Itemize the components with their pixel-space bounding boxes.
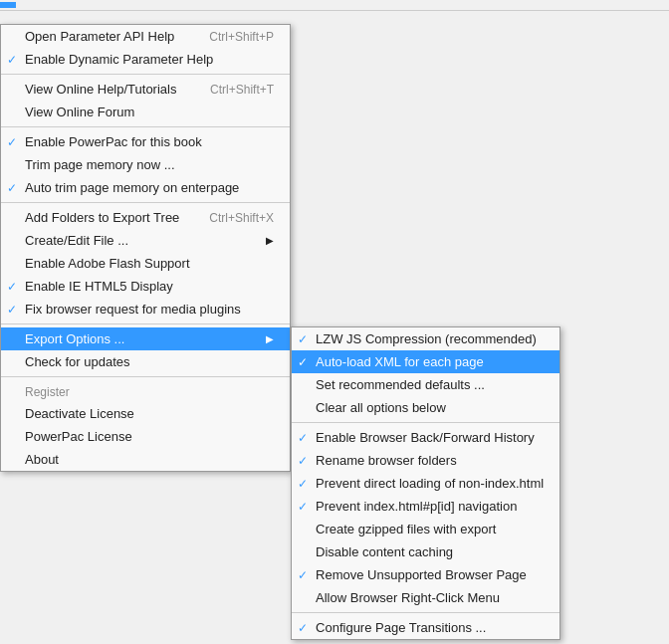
submenu-item-label-clear-all-options: Clear all options below: [316, 400, 446, 415]
submenu-item-label-create-gzipped: Create gzipped files with export: [316, 522, 496, 537]
menu-item-label-check-updates: Check for updates: [25, 354, 130, 369]
menu-item-shortcut-open-param-api-help: Ctrl+Shift+P: [179, 30, 274, 44]
menu-item-label-enable-dynamic-param-help: Enable Dynamic Parameter Help: [25, 52, 213, 67]
submenu-item-lzw-js-compression[interactable]: LZW JS Compression (recommended): [292, 327, 559, 350]
menu-item-label-powerpac-license: PowerPac License: [25, 429, 132, 444]
menu-item-fix-browser-request[interactable]: Fix browser request for media plugins: [1, 298, 290, 321]
menu-item-label-enable-ie-html5: Enable IE HTML5 Display: [25, 279, 173, 294]
submenu-item-label-remove-unsupported-browser: Remove Unsupported Browser Page: [316, 567, 527, 582]
submenu-item-set-recommended[interactable]: Set recommended defaults ...: [292, 373, 559, 396]
submenu-item-disable-content-caching[interactable]: Disable content caching: [292, 540, 559, 563]
menu-header-register: Register: [1, 380, 290, 402]
submenu-item-remove-unsupported-browser[interactable]: Remove Unsupported Browser Page: [292, 563, 559, 586]
submenu-item-label-prevent-direct-loading: Prevent direct loading of non-index.html: [316, 476, 544, 491]
menu-bar: [0, 0, 669, 11]
menu-item-powerpac-license[interactable]: PowerPac License: [1, 425, 290, 448]
menu-item-enable-dynamic-param-help[interactable]: Enable Dynamic Parameter Help: [1, 48, 290, 71]
export-options-submenu: LZW JS Compression (recommended)Auto-loa…: [291, 326, 560, 640]
menu-item-view-online-forum[interactable]: View Online Forum: [1, 101, 290, 123]
submenu-item-create-gzipped[interactable]: Create gzipped files with export: [292, 518, 559, 540]
menu-bar-help[interactable]: [16, 2, 32, 8]
submenu-item-label-set-recommended: Set recommended defaults ...: [316, 377, 485, 392]
menu-item-add-folders[interactable]: Add Folders to Export TreeCtrl+Shift+X: [1, 206, 290, 229]
menu-item-label-create-edit-file: Create/Edit File ...: [25, 233, 128, 248]
menu-item-open-param-api-help[interactable]: Open Parameter API HelpCtrl+Shift+P: [1, 25, 290, 48]
submenu-item-prevent-index-navigation[interactable]: Prevent index.html#p[id] navigation: [292, 495, 559, 518]
menu-item-label-export-options: Export Options ...: [25, 331, 124, 346]
menu-bar-powerpac[interactable]: [0, 2, 16, 8]
menu-item-label-add-folders: Add Folders to Export Tree: [25, 210, 179, 225]
menu-item-shortcut-view-online-help: Ctrl+Shift+T: [180, 83, 274, 97]
submenu-item-label-auto-load-xml: Auto-load XML for each page: [316, 354, 484, 369]
menu-item-about[interactable]: About: [1, 448, 290, 471]
submenu-item-label-allow-browser-right-click: Allow Browser Right-Click Menu: [316, 590, 500, 605]
submenu-item-rename-browser-folders[interactable]: Rename browser folders: [292, 449, 559, 472]
submenu-item-configure-page-transitions[interactable]: Configure Page Transitions ...: [292, 616, 559, 639]
menu-item-shortcut-add-folders: Ctrl+Shift+X: [179, 211, 274, 225]
menu-item-label-deactivate-license: Deactivate License: [25, 406, 134, 421]
submenu-item-label-prevent-index-navigation: Prevent index.html#p[id] navigation: [316, 499, 517, 514]
menu-item-check-updates[interactable]: Check for updates: [1, 350, 290, 373]
menu-item-enable-powerpac[interactable]: Enable PowerPac for this book: [1, 130, 290, 153]
submenu-item-label-disable-content-caching: Disable content caching: [316, 544, 453, 559]
menu-item-enable-ie-html5[interactable]: Enable IE HTML5 Display: [1, 275, 290, 298]
submenu-item-enable-browser-history[interactable]: Enable Browser Back/Forward History: [292, 426, 559, 449]
submenu-item-label-lzw-js-compression: LZW JS Compression (recommended): [316, 331, 537, 346]
submenu-item-label-configure-page-transitions: Configure Page Transitions ...: [316, 620, 486, 635]
submenu-item-clear-all-options[interactable]: Clear all options below: [292, 396, 559, 419]
menu-item-label-enable-powerpac: Enable PowerPac for this book: [25, 134, 202, 149]
menu-item-label-view-online-help: View Online Help/Tutorials: [25, 82, 176, 97]
menu-item-view-online-help[interactable]: View Online Help/TutorialsCtrl+Shift+T: [1, 78, 290, 101]
menu-item-label-trim-page-memory: Trim page memory now ...: [25, 157, 175, 172]
submenu-item-label-enable-browser-history: Enable Browser Back/Forward History: [316, 430, 535, 445]
main-menu: Open Parameter API HelpCtrl+Shift+PEnabl…: [0, 24, 291, 472]
submenu-arrow-create-edit-file: ▶: [266, 235, 274, 246]
menu-item-label-auto-trim: Auto trim page memory on enterpage: [25, 180, 239, 195]
submenu-item-prevent-direct-loading[interactable]: Prevent direct loading of non-index.html: [292, 472, 559, 495]
submenu-item-label-rename-browser-folders: Rename browser folders: [316, 453, 457, 468]
submenu-arrow-export-options: ▶: [266, 333, 274, 344]
submenu-item-auto-load-xml[interactable]: Auto-load XML for each page: [292, 350, 559, 373]
menu-item-label-about: About: [25, 452, 59, 467]
submenu-item-allow-browser-right-click[interactable]: Allow Browser Right-Click Menu: [292, 586, 559, 609]
menu-item-label-open-param-api-help: Open Parameter API Help: [25, 29, 174, 44]
menu-item-export-options[interactable]: Export Options ...▶: [1, 327, 290, 350]
menu-item-create-edit-file[interactable]: Create/Edit File ...▶: [1, 229, 290, 252]
menu-item-enable-flash[interactable]: Enable Adobe Flash Support: [1, 252, 290, 275]
menu-item-label-enable-flash: Enable Adobe Flash Support: [25, 256, 190, 271]
menu-item-label-fix-browser-request: Fix browser request for media plugins: [25, 302, 241, 317]
menu-item-auto-trim[interactable]: Auto trim page memory on enterpage: [1, 176, 290, 199]
menu-item-trim-page-memory[interactable]: Trim page memory now ...: [1, 153, 290, 176]
menu-item-deactivate-license[interactable]: Deactivate License: [1, 402, 290, 425]
menu-item-label-view-online-forum: View Online Forum: [25, 105, 134, 119]
dropdown-container: Open Parameter API HelpCtrl+Shift+PEnabl…: [0, 24, 560, 640]
